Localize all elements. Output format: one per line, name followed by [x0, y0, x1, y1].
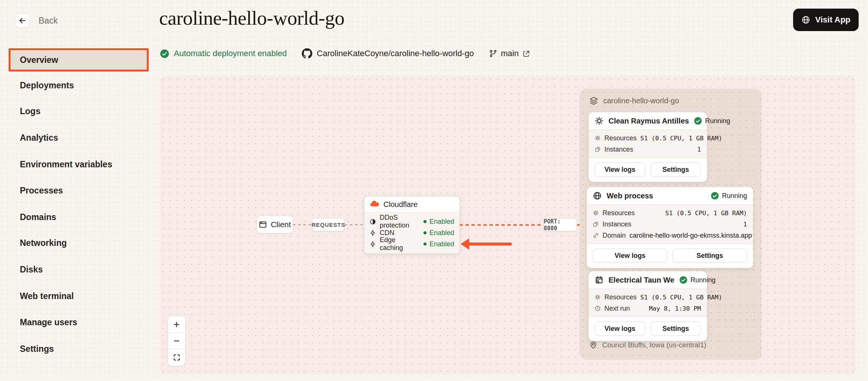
port-edge-label: PORT: 8080	[544, 219, 577, 231]
connector-client-requests	[293, 224, 312, 225]
sidebar-item-web-terminal[interactable]: Web terminal	[20, 288, 74, 304]
green-dot-icon	[424, 220, 427, 223]
shield-icon	[370, 219, 376, 225]
bolt-icon	[370, 230, 376, 236]
process-card-web: Web process Running Resources S	[587, 187, 753, 268]
fit-view-button[interactable]	[168, 349, 185, 366]
sidebar-item-label: Deployments	[20, 80, 74, 91]
zoom-in-button[interactable]: +	[168, 316, 185, 333]
bolt-icon	[370, 241, 376, 247]
cloudflare-cloud-icon	[370, 199, 379, 209]
fullscreen-icon	[173, 354, 180, 361]
sidebar-item-settings[interactable]: Settings	[20, 341, 54, 357]
sidebar-item-label: Analytics	[20, 133, 58, 143]
sidebar-item-deployments[interactable]: Deployments	[20, 77, 74, 94]
clock-icon	[595, 305, 601, 311]
view-logs-button[interactable]: View logs	[595, 162, 645, 177]
zoom-out-button[interactable]: −	[168, 333, 185, 349]
status-bar: Automatic deployment enabled CarolineKat…	[160, 47, 530, 60]
check-circle-icon	[679, 276, 688, 284]
globe-icon	[593, 191, 602, 200]
cloudflare-card: Cloudflare DDoS protection Enabled CDN E…	[364, 196, 459, 254]
process-row-resources: Resources S1 (0.5 CPU, 1 GB RAM)	[595, 292, 701, 303]
sidebar-item-label: Disks	[20, 265, 43, 275]
process-card-actions: View logs Settings	[589, 158, 707, 182]
calendar-clock-icon	[595, 275, 604, 284]
annotation-arrow	[461, 238, 512, 250]
cloudflare-row-label: Edge caching	[380, 236, 420, 252]
process-card-background: Clean Raymus Antilles Running Resources	[589, 112, 707, 182]
sidebar-item-label: Overview	[20, 55, 58, 65]
sidebar-item-logs[interactable]: Logs	[20, 103, 40, 119]
process-row-domain: Domain caroline-hello-world-go-ekmss.kin…	[593, 230, 747, 241]
cloudflare-row-ddos: DDoS protection Enabled	[370, 216, 454, 227]
status-enabled: Enabled	[424, 240, 454, 248]
process-card-body: Resources S1 (0.5 CPU, 1 GB RAM) Instanc…	[587, 204, 753, 244]
process-row-resources: Resources S1 (0.5 CPU, 1 GB RAM)	[595, 132, 701, 144]
resources-icon	[595, 294, 601, 300]
sidebar-item-processes[interactable]: Processes	[20, 182, 63, 199]
process-title: Clean Raymus Antilles	[608, 117, 689, 125]
sidebar-item-manage-users[interactable]: Manage users	[20, 314, 77, 330]
app-group-name: caroline-hello-world-go	[603, 97, 679, 105]
running-badge: Running	[694, 117, 730, 125]
globe-icon	[801, 15, 810, 24]
app-group-panel: caroline-hello-world-go Clean Raymus Ant…	[580, 89, 762, 360]
check-circle-icon	[711, 192, 719, 200]
client-node: Client	[257, 216, 293, 233]
browser-icon	[259, 220, 267, 229]
process-card-body: Resources S1 (0.5 CPU, 1 GB RAM) Next ru…	[589, 289, 707, 317]
running-badge: Running	[679, 276, 716, 284]
sidebar-item-domains[interactable]: Domains	[20, 209, 56, 225]
visit-app-button[interactable]: Visit App	[793, 9, 859, 31]
deployment-status: Automatic deployment enabled	[160, 49, 287, 58]
deployment-diagram-canvas[interactable]: Client REQUESTS Cloudflare DDoS protecti…	[160, 76, 856, 374]
plus-icon: +	[173, 318, 179, 330]
repo-name: CarolineKateCoyne/caroline-hello-world-g…	[317, 49, 474, 58]
instances-icon	[593, 221, 599, 227]
green-dot-icon	[424, 231, 427, 234]
process-card-actions: View logs Settings	[587, 244, 753, 268]
cloudflare-card-header: Cloudflare	[364, 196, 459, 212]
sidebar-item-disks[interactable]: Disks	[20, 261, 43, 278]
cloudflare-card-body: DDoS protection Enabled CDN Enabled Edge…	[364, 212, 459, 254]
process-card-header: Web process Running	[587, 187, 753, 204]
external-link-icon	[522, 50, 530, 58]
view-logs-button[interactable]: View logs	[593, 249, 667, 263]
app-root: Back caroline-hello-world-go Visit App O…	[0, 0, 868, 381]
sidebar-item-analytics[interactable]: Analytics	[20, 129, 58, 146]
sidebar-item-label: Processes	[20, 186, 63, 196]
settings-button[interactable]: Settings	[650, 162, 701, 177]
sidebar-item-label: Logs	[20, 106, 40, 116]
branch-link[interactable]: main	[489, 49, 531, 58]
page-title: caroline-hello-world-go	[159, 7, 345, 29]
github-icon	[302, 48, 312, 59]
repo-link[interactable]: CarolineKateCoyne/caroline-hello-world-g…	[302, 48, 474, 59]
sidebar-item-overview[interactable]: Overview	[9, 48, 149, 71]
cloudflare-row-label: DDoS protection	[380, 214, 420, 229]
cloudflare-row-edge-caching: Edge caching Enabled	[370, 238, 454, 250]
stack-icon	[589, 96, 598, 106]
visit-app-label: Visit App	[815, 15, 850, 25]
settings-button[interactable]: Settings	[673, 249, 747, 263]
status-enabled: Enabled	[424, 229, 454, 237]
check-circle-icon	[160, 49, 169, 58]
location-label: Council Bluffs, Iowa (us-central1)	[602, 341, 706, 349]
client-label: Client	[271, 220, 291, 229]
settings-button[interactable]: Settings	[650, 321, 701, 336]
branch-name: main	[501, 49, 519, 58]
arrow-shaft	[467, 243, 512, 246]
sidebar-item-networking[interactable]: Networking	[20, 235, 67, 251]
git-branch-icon	[489, 49, 497, 58]
sidebar-item-label: Settings	[20, 344, 54, 354]
resources-icon	[595, 135, 601, 141]
gear-icon	[595, 116, 604, 125]
back-button[interactable]	[15, 13, 30, 28]
process-card-body: Resources S1 (0.5 CPU, 1 GB RAM) Instanc…	[589, 129, 707, 158]
view-logs-button[interactable]: View logs	[595, 321, 645, 336]
sidebar-item-label: Web terminal	[20, 291, 74, 301]
sidebar-item-environment-variables[interactable]: Environment variables	[20, 156, 112, 173]
process-card-header: Clean Raymus Antilles Running	[589, 112, 707, 129]
green-dot-icon	[424, 243, 427, 246]
connector-cloudflare-port	[459, 224, 544, 226]
